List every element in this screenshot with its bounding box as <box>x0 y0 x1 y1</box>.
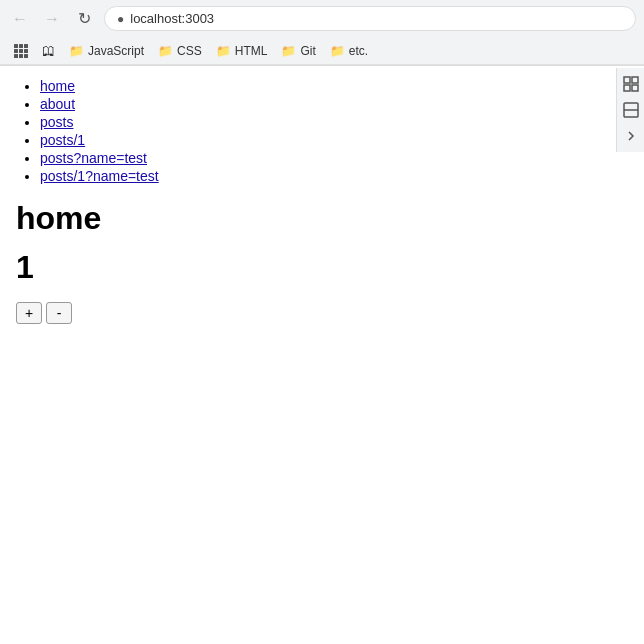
forward-button[interactable]: → <box>40 7 64 31</box>
folder-icon: 📁 <box>281 44 296 58</box>
list-item: posts?name=test <box>40 150 628 166</box>
reading-list-icon: 🕮 <box>42 43 55 58</box>
list-item: posts <box>40 114 628 130</box>
devtools-inspect-icon[interactable] <box>619 72 643 96</box>
svg-rect-0 <box>624 77 630 83</box>
svg-rect-2 <box>624 85 630 91</box>
bookmark-css-label: CSS <box>177 44 202 58</box>
list-item: posts/1 <box>40 132 628 148</box>
url-text: localhost:3003 <box>130 11 214 26</box>
apps-icon <box>14 44 28 58</box>
nav-link-posts-1-query[interactable]: posts/1?name=test <box>40 168 159 184</box>
svg-rect-3 <box>632 85 638 91</box>
folder-icon: 📁 <box>69 44 84 58</box>
apps-button[interactable] <box>8 42 34 60</box>
folder-icon: 📁 <box>158 44 173 58</box>
increment-button[interactable]: + <box>16 302 42 324</box>
bookmark-html-label: HTML <box>235 44 268 58</box>
svg-rect-1 <box>632 77 638 83</box>
nav-list: home about posts posts/1 posts?name=test… <box>16 78 628 184</box>
nav-link-home[interactable]: home <box>40 78 75 94</box>
reload-button[interactable]: ↻ <box>72 7 96 31</box>
bookmark-javascript-label: JavaScript <box>88 44 144 58</box>
folder-icon: 📁 <box>330 44 345 58</box>
list-item: home <box>40 78 628 94</box>
counter-value: 1 <box>16 249 628 286</box>
bookmark-javascript[interactable]: 📁 JavaScript <box>63 42 150 60</box>
nav-link-posts[interactable]: posts <box>40 114 73 130</box>
list-item: posts/1?name=test <box>40 168 628 184</box>
page-content: home about posts posts/1 posts?name=test… <box>0 66 644 336</box>
bookmark-html[interactable]: 📁 HTML <box>210 42 274 60</box>
reading-list-button[interactable]: 🕮 <box>36 41 61 60</box>
counter-buttons: + - <box>16 302 628 324</box>
list-item: about <box>40 96 628 112</box>
nav-link-posts-query[interactable]: posts?name=test <box>40 150 147 166</box>
bookmark-etc-label: etc. <box>349 44 368 58</box>
bookmark-git[interactable]: 📁 Git <box>275 42 321 60</box>
page-title: home <box>16 200 628 237</box>
browser-toolbar: ← → ↻ ● localhost:3003 <box>0 0 644 37</box>
lock-icon: ● <box>117 12 124 26</box>
decrement-button[interactable]: - <box>46 302 72 324</box>
back-button[interactable]: ← <box>8 7 32 31</box>
bookmark-css[interactable]: 📁 CSS <box>152 42 208 60</box>
browser-chrome: ← → ↻ ● localhost:3003 🕮 📁 JavaScript 📁 <box>0 0 644 66</box>
chevron-right-icon[interactable] <box>619 124 643 148</box>
bookmarks-bar: 🕮 📁 JavaScript 📁 CSS 📁 HTML 📁 Git 📁 etc. <box>0 37 644 65</box>
nav-link-about[interactable]: about <box>40 96 75 112</box>
nav-link-posts-1[interactable]: posts/1 <box>40 132 85 148</box>
folder-icon: 📁 <box>216 44 231 58</box>
bookmark-etc[interactable]: 📁 etc. <box>324 42 374 60</box>
address-bar[interactable]: ● localhost:3003 <box>104 6 636 31</box>
devtools-panel-icon[interactable] <box>619 98 643 122</box>
bookmark-git-label: Git <box>300 44 315 58</box>
side-panel <box>616 68 644 152</box>
